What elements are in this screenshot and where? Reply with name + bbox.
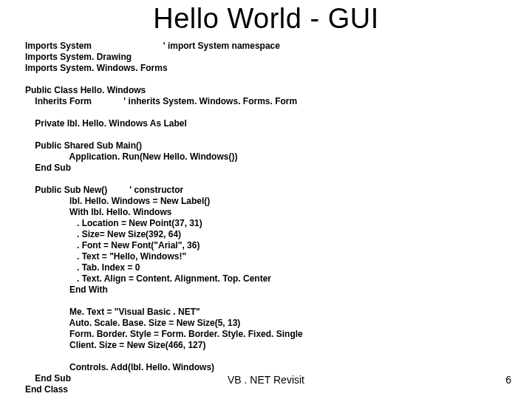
slide-title: Hello World - GUI xyxy=(0,3,532,35)
code-block: Imports System ' import System namespace… xyxy=(25,41,532,395)
footer-label: VB . NET Revisit xyxy=(228,374,304,386)
page-number: 6 xyxy=(505,374,511,386)
